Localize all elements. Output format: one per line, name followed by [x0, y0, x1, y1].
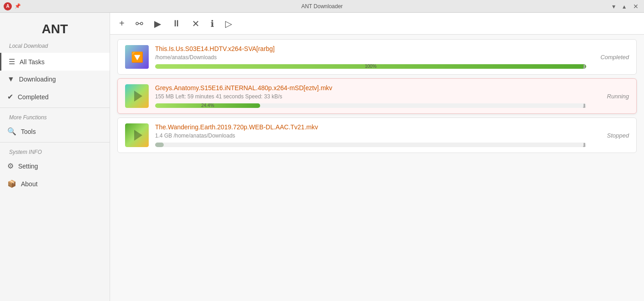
item-1-status: Completed: [593, 54, 629, 61]
video-thumb-svg-3: [125, 123, 149, 147]
local-download-label: Local Download: [0, 40, 110, 53]
info-button[interactable]: ℹ: [209, 17, 216, 30]
minimize-button[interactable]: ▾: [610, 3, 617, 10]
item-1-progress-arrow: ⬇: [582, 64, 586, 69]
titlebar-controls: ▾ ▴ ✕: [610, 3, 640, 10]
sidebar: ANT Local Download ☰ All Tasks ▼ Downloa…: [0, 13, 110, 301]
item-2-progress-arrow: ⬇: [582, 103, 586, 108]
maximize-button[interactable]: ▴: [621, 3, 628, 10]
sidebar-item-completed[interactable]: ✔ Completed: [0, 88, 110, 106]
gear-icon: ⚙: [7, 162, 14, 170]
pause-button[interactable]: ⏸: [170, 17, 183, 30]
sidebar-brand: ANT: [0, 13, 110, 40]
download-icon: ▼: [7, 75, 15, 83]
titlebar: A 📌 ANT Downloader ▾ ▴ ✕: [0, 0, 644, 13]
system-info-label: System INFO: [0, 144, 110, 157]
item-3-progress-arrow: ⬇: [582, 143, 586, 147]
item-1-path: /home/anatas/Downloads: [155, 54, 586, 61]
item-1-info: This.Is.Us.S03E14.HDTV.x264-SVA[rarbg] /…: [155, 45, 586, 69]
magnet-button[interactable]: ⚯: [134, 17, 145, 30]
item-2-thumbnail: [125, 84, 149, 108]
delete-button[interactable]: ✕: [190, 17, 201, 30]
item-3-info: The.Wandering.Earth.2019.720p.WEB-DL.AAC…: [155, 123, 586, 147]
titlebar-logo: A 📌: [4, 2, 21, 10]
download-list: 🔽 This.Is.Us.S03E14.HDTV.x264-SVA[rarbg]…: [110, 35, 644, 301]
item-3-thumbnail: [125, 123, 149, 147]
item-1-progress-wrap: 100% ⬇: [155, 64, 586, 69]
close-button[interactable]: ✕: [631, 3, 640, 10]
sidebar-item-all-tasks-label: All Tasks: [20, 58, 45, 66]
open-button[interactable]: ▷: [223, 17, 234, 30]
item-2-title: Greys.Anatomy.S15E16.iNTERNAL.480p.x264-…: [155, 84, 586, 92]
main-layout: ANT Local Download ☰ All Tasks ▼ Downloa…: [0, 13, 644, 301]
toolbar: + ⚯ ▶ ⏸ ✕ ℹ ▷: [110, 13, 644, 35]
item-1-progress-bar: 100%: [155, 64, 586, 69]
more-functions-label: More Functions: [0, 110, 110, 122]
check-icon: ✔: [7, 92, 13, 101]
item-2-progress-label: 24.4%: [201, 103, 214, 108]
item-1-title: This.Is.Us.S03E14.HDTV.x264-SVA[rarbg]: [155, 45, 586, 52]
content-area: + ⚯ ▶ ⏸ ✕ ℹ ▷: [110, 13, 644, 301]
sidebar-item-setting[interactable]: ⚙ Setting: [0, 157, 110, 175]
sidebar-item-about[interactable]: 📦 About: [0, 175, 110, 193]
video-thumb-svg-2: [125, 84, 149, 108]
add-button[interactable]: +: [117, 17, 126, 30]
torrent-thumb-svg: 🔽: [125, 45, 149, 69]
item-3-progress-bar: [155, 143, 164, 147]
pin-icon: 📌: [15, 3, 21, 9]
item-2-subtitle: 155 MB Left: 59 minutes 41 seconds Speed…: [155, 93, 586, 100]
item-2-progress-wrap: 24.4% ⬇: [155, 103, 586, 108]
svg-text:🔽: 🔽: [131, 51, 144, 63]
sidebar-divider-1: [0, 107, 110, 108]
play-button[interactable]: ▶: [152, 17, 163, 30]
app-logo-icon: A: [4, 2, 12, 10]
titlebar-title: ANT Downloader: [301, 3, 342, 10]
item-2-status: Running: [593, 93, 629, 100]
item-3-progress-wrap: ⬇: [155, 143, 586, 147]
sidebar-item-about-label: About: [21, 180, 38, 188]
about-icon: 📦: [7, 179, 16, 188]
download-item-2[interactable]: Greys.Anatomy.S15E16.iNTERNAL.480p.x264-…: [117, 78, 637, 114]
sidebar-item-tools-label: Tools: [21, 128, 36, 135]
item-3-title: The.Wandering.Earth.2019.720p.WEB-DL.AAC…: [155, 123, 586, 131]
item-2-info: Greys.Anatomy.S15E16.iNTERNAL.480p.x264-…: [155, 84, 586, 108]
item-1-progress-label: 100%: [365, 64, 377, 69]
sidebar-item-all-tasks[interactable]: ☰ All Tasks: [0, 53, 110, 71]
sidebar-item-completed-label: Completed: [18, 93, 49, 101]
item-1-thumbnail: 🔽: [125, 45, 149, 69]
download-item-1[interactable]: 🔽 This.Is.Us.S03E14.HDTV.x264-SVA[rarbg]…: [117, 39, 637, 75]
item-2-progress-bar: 24.4%: [155, 103, 260, 108]
sidebar-item-downloading-label: Downloading: [19, 76, 56, 83]
item-3-subtitle: 1.4 GB /home/anatas/Downloads: [155, 133, 586, 139]
sidebar-item-tools[interactable]: 🔍 Tools: [0, 122, 110, 140]
sidebar-item-downloading[interactable]: ▼ Downloading: [0, 71, 110, 88]
item-3-status: Stopped: [593, 132, 629, 139]
sidebar-item-setting-label: Setting: [18, 163, 38, 170]
list-icon: ☰: [9, 57, 15, 66]
tools-icon: 🔍: [7, 127, 16, 136]
sidebar-divider-2: [0, 142, 110, 143]
download-item-3[interactable]: The.Wandering.Earth.2019.720p.WEB-DL.AAC…: [117, 117, 637, 153]
